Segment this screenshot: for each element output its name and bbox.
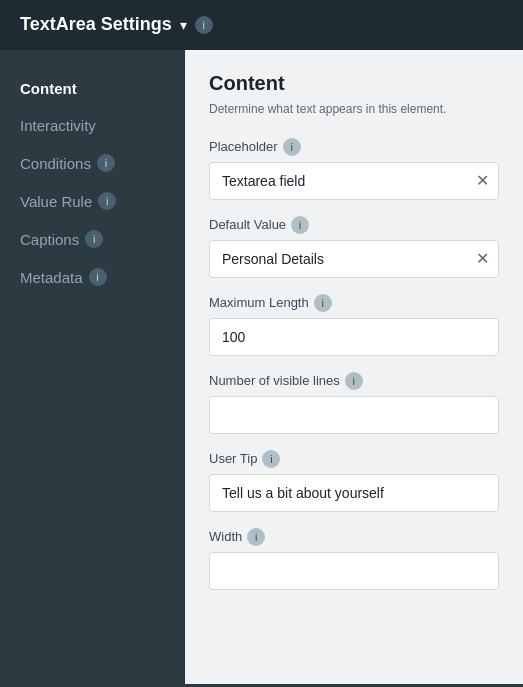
visible-lines-input-wrapper	[209, 396, 499, 434]
main-layout: Content Interactivity Conditions i Value…	[0, 50, 523, 684]
app-header: TextArea Settings ▾ i	[0, 0, 523, 50]
sidebar-label-captions: Captions	[20, 231, 79, 248]
metadata-info-icon[interactable]: i	[89, 268, 107, 286]
placeholder-input[interactable]	[209, 162, 499, 200]
placeholder-clear-button[interactable]: ✕	[476, 173, 489, 189]
sidebar-item-metadata[interactable]: Metadata i	[0, 258, 184, 296]
max-length-input-wrapper	[209, 318, 499, 356]
user-tip-input[interactable]	[209, 474, 499, 512]
panel-description: Determine what text appears in this elem…	[209, 101, 499, 118]
visible-lines-info-icon[interactable]: i	[345, 372, 363, 390]
visible-lines-input[interactable]	[209, 396, 499, 434]
placeholder-label: Placeholder i	[209, 138, 499, 156]
field-group-max-length: Maximum Length i	[209, 294, 499, 356]
width-label: Width i	[209, 528, 499, 546]
max-length-info-icon[interactable]: i	[314, 294, 332, 312]
sidebar-label-interactivity: Interactivity	[20, 117, 96, 134]
max-length-label: Maximum Length i	[209, 294, 499, 312]
field-group-width: Width i	[209, 528, 499, 590]
default-value-label: Default Value i	[209, 216, 499, 234]
placeholder-input-wrapper: ✕	[209, 162, 499, 200]
sidebar-item-conditions[interactable]: Conditions i	[0, 144, 184, 182]
sidebar-item-value-rule[interactable]: Value Rule i	[0, 182, 184, 220]
width-input[interactable]	[209, 552, 499, 590]
field-group-user-tip: User Tip i	[209, 450, 499, 512]
sidebar-item-interactivity[interactable]: Interactivity	[0, 107, 184, 144]
user-tip-input-wrapper	[209, 474, 499, 512]
default-value-info-icon[interactable]: i	[291, 216, 309, 234]
sidebar: Content Interactivity Conditions i Value…	[0, 50, 185, 684]
sidebar-label-value-rule: Value Rule	[20, 193, 92, 210]
chevron-down-icon[interactable]: ▾	[180, 17, 187, 33]
value-rule-info-icon[interactable]: i	[98, 192, 116, 210]
sidebar-label-metadata: Metadata	[20, 269, 83, 286]
width-info-icon[interactable]: i	[247, 528, 265, 546]
max-length-input[interactable]	[209, 318, 499, 356]
visible-lines-label: Number of visible lines i	[209, 372, 499, 390]
captions-info-icon[interactable]: i	[85, 230, 103, 248]
content-panel: Content Determine what text appears in t…	[185, 50, 523, 684]
sidebar-label-content: Content	[20, 80, 77, 97]
sidebar-item-content[interactable]: Content	[0, 70, 184, 107]
width-input-wrapper	[209, 552, 499, 590]
default-value-input[interactable]	[209, 240, 499, 278]
default-value-clear-button[interactable]: ✕	[476, 251, 489, 267]
placeholder-info-icon[interactable]: i	[283, 138, 301, 156]
user-tip-label: User Tip i	[209, 450, 499, 468]
field-group-default-value: Default Value i ✕	[209, 216, 499, 278]
field-group-placeholder: Placeholder i ✕	[209, 138, 499, 200]
field-group-visible-lines: Number of visible lines i	[209, 372, 499, 434]
sidebar-item-captions[interactable]: Captions i	[0, 220, 184, 258]
header-info-icon[interactable]: i	[195, 16, 213, 34]
sidebar-label-conditions: Conditions	[20, 155, 91, 172]
user-tip-info-icon[interactable]: i	[262, 450, 280, 468]
panel-title: Content	[209, 72, 499, 95]
default-value-input-wrapper: ✕	[209, 240, 499, 278]
conditions-info-icon[interactable]: i	[97, 154, 115, 172]
header-title: TextArea Settings	[20, 14, 172, 35]
